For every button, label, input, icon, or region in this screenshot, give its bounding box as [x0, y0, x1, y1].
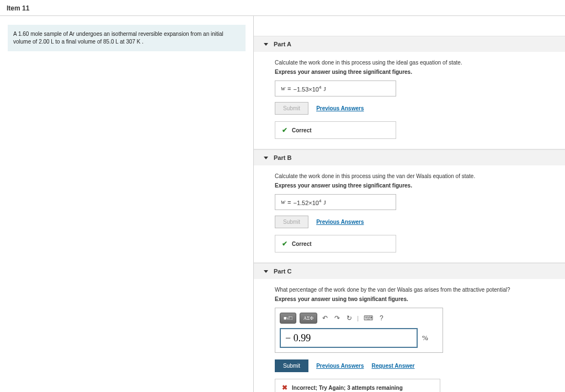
- part-b-answer: w = −1.52×104 J: [275, 194, 396, 210]
- previous-answers-link[interactable]: Previous Answers: [316, 363, 364, 369]
- part-b-prompt: Calculate the work done in this process …: [275, 173, 555, 179]
- part-a-prompt: Calculate the work done in this process …: [275, 60, 555, 66]
- right-column: Part A Calculate the work done in this p…: [254, 16, 565, 392]
- feedback-text: Correct: [292, 127, 312, 133]
- part-c-body: What percentage of the work done by the …: [254, 279, 565, 392]
- part-c-instruction: Express your answer using two significan…: [275, 296, 555, 302]
- submit-button[interactable]: Submit: [275, 359, 308, 372]
- part-a-buttons: Submit Previous Answers: [275, 102, 555, 115]
- part-a-feedback: ✔ Correct: [275, 121, 396, 139]
- page-title: Item 11: [0, 0, 565, 16]
- submit-button: Submit: [275, 102, 308, 115]
- caret-down-icon: [264, 43, 268, 46]
- part-a-label: Part A: [274, 41, 291, 47]
- check-icon: ✔: [282, 126, 287, 134]
- part-c-feedback: ✖ Incorrect; Try Again; 3 attempts remai…: [275, 379, 440, 392]
- answer-variable: w: [281, 84, 285, 93]
- answer-input-panel: ■√□ ΑΣΦ ↶ ↷ ↻ | ⌨ ? %: [275, 308, 443, 353]
- cross-icon: ✖: [282, 384, 287, 391]
- problem-statement: A 1.60 mole sample of Ar undergoes an is…: [8, 25, 246, 51]
- check-icon: ✔: [282, 240, 287, 248]
- symbols-tool-button[interactable]: ΑΣΦ: [300, 313, 317, 324]
- help-icon[interactable]: ?: [378, 314, 385, 322]
- part-b-body: Calculate the work done in this process …: [254, 165, 565, 262]
- part-a-header[interactable]: Part A: [254, 36, 565, 52]
- unit-label: %: [422, 334, 428, 342]
- part-b-header[interactable]: Part B: [254, 149, 565, 165]
- left-column: A 1.60 mole sample of Ar undergoes an is…: [0, 16, 254, 392]
- answer-value: −1.53×104: [293, 85, 321, 93]
- undo-icon[interactable]: ↶: [321, 314, 329, 322]
- part-b-buttons: Submit Previous Answers: [275, 216, 555, 228]
- feedback-text: Incorrect; Try Again; 3 attempts remaini…: [292, 385, 403, 391]
- template-tool-button[interactable]: ■√□: [280, 313, 296, 324]
- part-c-label: Part C: [274, 268, 291, 275]
- part-a-answer: w = −1.53×104 J: [275, 80, 396, 96]
- part-b-feedback: ✔ Correct: [275, 235, 396, 253]
- caret-down-icon: [264, 270, 268, 273]
- part-c-prompt: What percentage of the work done by the …: [275, 287, 555, 293]
- equals: =: [287, 85, 291, 92]
- redo-icon[interactable]: ↷: [333, 314, 342, 322]
- answer-unit: J: [323, 85, 326, 92]
- submit-button: Submit: [275, 216, 308, 228]
- answer-input[interactable]: [280, 328, 418, 348]
- answer-variable: w: [281, 198, 285, 206]
- answer-unit: J: [323, 199, 326, 206]
- reset-icon[interactable]: ↻: [345, 314, 354, 322]
- part-c: Part C What percentage of the work done …: [254, 263, 565, 392]
- toolbar-separator: |: [357, 315, 359, 321]
- previous-answers-link[interactable]: Previous Answers: [316, 105, 364, 111]
- previous-answers-link[interactable]: Previous Answers: [316, 219, 364, 225]
- caret-down-icon: [264, 157, 268, 159]
- answer-value: −1.52×104: [293, 198, 321, 206]
- part-b: Part B Calculate the work done in this p…: [254, 149, 565, 263]
- input-toolbar: ■√□ ΑΣΦ ↶ ↷ ↻ | ⌨ ?: [280, 313, 438, 324]
- part-a: Part A Calculate the work done in this p…: [254, 36, 565, 149]
- input-row: %: [280, 328, 438, 348]
- feedback-text: Correct: [292, 241, 312, 247]
- keyboard-icon[interactable]: ⌨: [362, 314, 375, 322]
- part-c-buttons: Submit Previous Answers Request Answer: [275, 359, 555, 372]
- part-b-label: Part B: [274, 154, 291, 161]
- equals: =: [287, 199, 291, 206]
- part-b-instruction: Express your answer using three signific…: [275, 182, 555, 189]
- request-answer-link[interactable]: Request Answer: [371, 363, 414, 369]
- part-a-body: Calculate the work done in this process …: [254, 52, 565, 149]
- main-layout: A 1.60 mole sample of Ar undergoes an is…: [0, 16, 565, 392]
- part-a-instruction: Express your answer using three signific…: [275, 69, 555, 75]
- part-c-header[interactable]: Part C: [254, 263, 565, 279]
